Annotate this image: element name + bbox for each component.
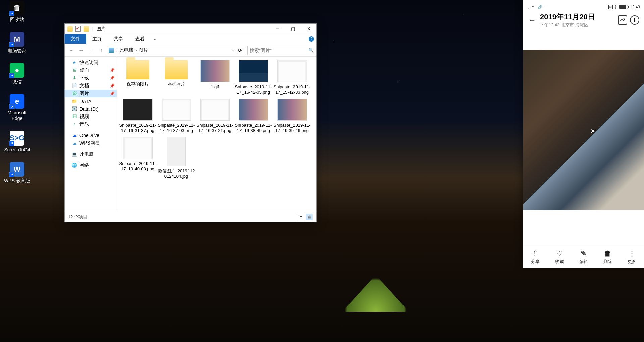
nav-item-icon: 💽 [71, 106, 77, 112]
maximize-button[interactable]: ▢ [285, 24, 301, 34]
explorer-titlebar[interactable]: ✔ | 图片 ─ ▢ ✕ [65, 24, 316, 34]
thumbnail-icon [162, 99, 191, 121]
nav-item[interactable]: ⬇ 下载📌 [65, 74, 117, 82]
nav-item[interactable]: 🌐 网络 [65, 161, 117, 169]
file-item[interactable]: Snipaste_2019-11-17_15-42-05.png [234, 60, 273, 95]
gallery-icon[interactable] [618, 15, 627, 25]
pin-icon: 📌 [110, 91, 115, 96]
nav-item-label: WPS网盘 [79, 140, 100, 146]
crumb-sep-icon[interactable]: › [135, 48, 138, 52]
close-button[interactable]: ✕ [301, 24, 316, 34]
crumb-sep-icon[interactable]: › [115, 48, 118, 52]
nav-item-icon: 💻 [71, 151, 77, 157]
desktop-icon[interactable]: ● 微信 [2, 63, 32, 85]
file-item[interactable]: Snipaste_2019-11-17_15-42-33.png [273, 60, 311, 95]
file-item[interactable]: 微信图片_201911201241​04.jpg [157, 137, 196, 179]
search-box[interactable]: 🔍 [247, 46, 314, 55]
file-item[interactable]: Snipaste_2019-11-17_19-38-49.png [234, 99, 273, 134]
nav-item[interactable]: ♪ 音乐 [65, 120, 117, 128]
search-icon[interactable]: 🔍 [308, 48, 314, 53]
help-button[interactable]: ? [306, 34, 316, 44]
qat-checkbox-icon[interactable]: ✔ [75, 26, 81, 32]
app-icon: e [10, 94, 24, 109]
view-details-button[interactable]: ≣ [297, 214, 304, 220]
ribbon-tab-view[interactable]: 查看 [129, 34, 151, 44]
refresh-button[interactable]: ⟳ [236, 48, 244, 53]
thumbnail-icon [200, 99, 230, 121]
app-icon: W [10, 162, 24, 177]
nav-item[interactable]: ☁ OneDrive [65, 131, 117, 139]
view-switcher: ≣ ▦ [297, 214, 313, 220]
search-input[interactable] [250, 48, 308, 53]
info-icon[interactable]: i [630, 15, 639, 25]
nav-forward-button[interactable]: → [77, 46, 86, 55]
minimize-button[interactable]: ─ [270, 24, 285, 34]
breadcrumb-0[interactable]: 此电脑 [118, 47, 135, 53]
nav-item[interactable]: 🎞 视频 [65, 113, 117, 120]
breadcrumb-1[interactable]: 图片 [137, 47, 149, 53]
nav-item[interactable]: ★ 快速访问 [65, 59, 117, 66]
file-name-label: Snipaste_2019-11-17_19-38-49.png [234, 123, 273, 134]
file-item[interactable]: 1.gif [196, 60, 234, 95]
app-icon: 🗑 [10, 1, 24, 15]
nav-item-label: 下载 [79, 75, 89, 81]
address-bar[interactable]: › 此电脑 › 图片 ⌄ ⟳ [107, 46, 246, 55]
desktop-icon[interactable]: 🗑 回收站 [2, 1, 32, 22]
ribbon-tab-share[interactable]: 共享 [108, 34, 129, 44]
desktop-icon[interactable]: S>G ScreenToGif [2, 131, 32, 153]
heart-icon: ♡ [556, 249, 563, 259]
file-item[interactable]: Snipaste_2019-11-17_16-37-03.png [157, 99, 196, 134]
file-item[interactable]: Snipaste_2019-11-17_19-39-46.png [273, 99, 311, 134]
app-icon: M [10, 32, 24, 47]
nav-item[interactable]: 📁 DATA [65, 97, 117, 105]
toolbar-more-button[interactable]: ⋮ 更多 [620, 245, 644, 268]
file-name-label: 本机照片 [167, 81, 186, 87]
file-grid[interactable]: 保存的图片 本机照片 1.gif Snipaste_2019-11-17_15-… [117, 57, 316, 212]
desktop-icon[interactable]: e Microsoft Edge [2, 94, 32, 121]
toolbar-label: 编辑 [579, 259, 588, 265]
file-item[interactable]: Snipaste_2019-11-17_16-31-37.png [118, 99, 157, 134]
file-item[interactable]: Snipaste_2019-11-17_19-40-08.png [118, 137, 157, 179]
thumbnail-icon [239, 60, 268, 82]
toolbar-label: 更多 [628, 259, 636, 265]
pin-icon: 📌 [110, 83, 115, 88]
qat-divider: | [92, 26, 93, 31]
nav-item[interactable]: 🖥 桌面📌 [65, 66, 117, 74]
file-name-label: Snipaste_2019-11-17_15-42-33.png [273, 84, 311, 95]
folder-item[interactable]: 本机照片 [157, 60, 196, 95]
ribbon-expand-icon[interactable]: ⌄ [151, 34, 159, 44]
toolbar-heart-button[interactable]: ♡ 收藏 [547, 245, 572, 268]
bluetooth-icon: ᛒ [615, 5, 617, 9]
desktop-icon[interactable]: W WPS 教育版 [2, 162, 32, 184]
thumbnail-icon [277, 99, 307, 121]
back-button[interactable]: ← [528, 15, 537, 25]
photo-viewport[interactable]: ➤ [523, 50, 644, 210]
thumbnail-icon [200, 60, 230, 82]
toolbar-delete-button[interactable]: 🗑 删除 [596, 245, 620, 268]
ribbon-tab-home[interactable]: 主页 [86, 34, 108, 44]
file-name-label: Snipaste_2019-11-17_16-31-37.png [118, 123, 157, 134]
ribbon-tab-file[interactable]: 文件 [65, 34, 86, 44]
nav-item-icon: 🖼 [71, 91, 77, 97]
nav-item[interactable]: 💻 此电脑 [65, 150, 117, 158]
nav-item[interactable]: 🖼 图片📌 [65, 90, 117, 97]
nav-item-label: 快速访问 [79, 60, 98, 66]
nav-item[interactable]: 📄 文档📌 [65, 82, 117, 90]
nav-back-button[interactable]: ← [67, 46, 75, 55]
address-dropdown-icon[interactable]: ⌄ [230, 48, 236, 52]
folder-icon [67, 26, 73, 32]
explorer-window: ✔ | 图片 ─ ▢ ✕ 文件 主页 共享 查看 ⌄ ? ← → ⌄ ↑ › 此… [64, 23, 317, 222]
view-icons-button[interactable]: ▦ [306, 214, 313, 220]
folder-item[interactable]: 保存的图片 [118, 60, 157, 95]
toolbar-share-button[interactable]: ⇪ 分享 [523, 245, 547, 268]
file-item[interactable]: Snipaste_2019-11-17_16-37-21.png [196, 99, 234, 134]
phone-header: ← 2019年11月20日 下午12:43 北京市 海淀区 i [523, 11, 644, 30]
desktop-icon-label: WPS 教育版 [4, 178, 30, 184]
desktop-icon[interactable]: M 电脑管家 [2, 32, 32, 54]
delete-icon: 🗑 [604, 249, 611, 259]
nav-item[interactable]: 💽 Data (D:) [65, 105, 117, 113]
toolbar-edit-button[interactable]: ✎ 编辑 [572, 245, 596, 268]
nav-recent-dropdown[interactable]: ⌄ [87, 46, 96, 55]
nav-item[interactable]: ☁ WPS网盘 [65, 139, 117, 147]
nav-up-button[interactable]: ↑ [97, 46, 106, 55]
